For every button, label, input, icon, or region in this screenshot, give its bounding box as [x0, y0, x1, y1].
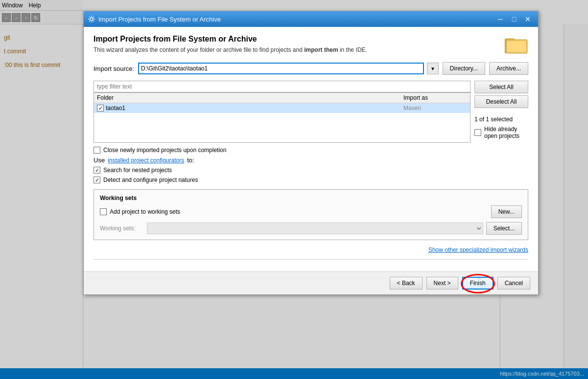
- specialized-link[interactable]: Show other specialized import wizards: [428, 246, 528, 253]
- options-section: Close newly imported projects upon compl…: [94, 147, 528, 183]
- table-empty-space: [94, 113, 470, 142]
- dialog-description: This wizard analyzes the content of your…: [94, 46, 367, 53]
- dialog-body: Import Projects from File System or Arch…: [84, 27, 538, 271]
- import-source-row: Import source: ▼ Directory... Archive...: [94, 62, 528, 75]
- select-all-button[interactable]: Select All: [474, 81, 528, 93]
- import-dialog: Import Projects from File System or Arch…: [83, 11, 539, 295]
- dialog-header: Import Projects from File System or Arch…: [94, 35, 528, 54]
- separator: [94, 259, 528, 260]
- hide-open-label: Hide already open projects: [484, 126, 528, 139]
- folder-name: taotao1: [106, 105, 125, 111]
- detect-configure-row: Detect and configure project natures: [94, 177, 528, 183]
- archive-button[interactable]: Archive...: [489, 62, 528, 75]
- configurators-link[interactable]: installed project configurators: [108, 157, 184, 164]
- working-sets-label: Working sets:: [100, 225, 144, 232]
- detect-configure-checkbox[interactable]: [94, 177, 100, 183]
- search-nested-row: Search for nested projects: [94, 167, 528, 174]
- col-import-as: Import as: [403, 94, 467, 101]
- detect-configure-label: Detect and configure project natures: [103, 177, 198, 183]
- col-folder: Folder: [97, 94, 403, 101]
- titlebar-controls: ─ □ ✕: [494, 14, 534, 24]
- svg-point-0: [90, 18, 93, 21]
- close-imported-row: Close newly imported projects upon compl…: [94, 147, 528, 154]
- working-sets-title: Working sets: [100, 195, 522, 201]
- dialog-main-title: Import Projects from File System or Arch…: [94, 35, 367, 44]
- directory-button[interactable]: Directory...: [443, 62, 485, 75]
- dialog-title: Import Projects from File System or Arch…: [98, 16, 491, 23]
- hide-open-checkbox[interactable]: [474, 129, 481, 136]
- finish-wrapper: Finish: [462, 277, 494, 290]
- add-working-sets-checkbox[interactable]: [100, 208, 107, 215]
- row-checkbox[interactable]: [97, 105, 104, 111]
- table-cell-import: Maven: [403, 105, 467, 111]
- projects-table: Folder Import as taotao1 Maven: [94, 92, 470, 143]
- minimize-button[interactable]: ─: [494, 14, 507, 24]
- table-section: Folder Import as taotao1 Maven: [94, 81, 528, 143]
- svg-rect-3: [507, 41, 526, 52]
- configurators-prefix: Use: [94, 156, 105, 164]
- svg-rect-4: [505, 39, 506, 53]
- working-sets-dropdown[interactable]: [147, 223, 483, 234]
- search-nested-label: Search for nested projects: [103, 167, 172, 174]
- selection-count: 1 of 1 selected: [474, 116, 528, 123]
- import-source-dropdown[interactable]: ▼: [427, 63, 439, 74]
- import-source-label: Import source:: [94, 65, 134, 72]
- finish-button[interactable]: Finish: [462, 277, 494, 290]
- next-button[interactable]: Next >: [426, 277, 458, 290]
- dialog-footer: < Back Next > Finish Cancel: [84, 271, 538, 294]
- selection-info: 1 of 1 selected Hide already open projec…: [474, 114, 528, 142]
- import-source-input[interactable]: [138, 63, 424, 74]
- configurators-row: Use installed project configurators to:: [94, 156, 528, 164]
- close-imported-label: Close newly imported projects upon compl…: [103, 147, 226, 154]
- dialog-header-text: Import Projects from File System or Arch…: [94, 35, 367, 53]
- search-nested-checkbox[interactable]: [94, 167, 100, 174]
- dialog-titlebar: Import Projects from File System or Arch…: [84, 11, 538, 27]
- close-button[interactable]: ✕: [521, 14, 534, 24]
- filter-input[interactable]: [94, 81, 470, 92]
- working-sets-add-row: Add project to working sets New...: [100, 205, 522, 218]
- select-button[interactable]: Select...: [486, 222, 522, 235]
- new-button[interactable]: New...: [491, 205, 522, 218]
- restore-button[interactable]: □: [508, 14, 520, 24]
- hide-open-row: Hide already open projects: [474, 126, 528, 139]
- close-imported-checkbox[interactable]: [94, 147, 100, 154]
- add-working-sets-label: Add project to working sets: [110, 208, 180, 215]
- table-row[interactable]: taotao1 Maven: [94, 103, 470, 113]
- back-button[interactable]: < Back: [390, 277, 423, 290]
- folder-icon: [505, 35, 528, 54]
- cancel-button[interactable]: Cancel: [497, 277, 530, 290]
- table-left: Folder Import as taotao1 Maven: [94, 81, 470, 143]
- configurators-suffix: to:: [187, 156, 194, 164]
- working-sets-box: Working sets Add project to working sets…: [94, 189, 528, 240]
- table-header: Folder Import as: [94, 93, 470, 103]
- dialog-title-icon: [88, 15, 95, 23]
- add-working-sets-row: Add project to working sets: [100, 208, 180, 215]
- working-sets-input-row: Working sets: Select...: [100, 222, 522, 235]
- table-cell-folder: taotao1: [97, 105, 403, 111]
- deselect-all-button[interactable]: Deselect All: [474, 95, 528, 108]
- specialized-link-row: Show other specialized import wizards: [94, 246, 528, 253]
- table-side-buttons: Select All Deselect All 1 of 1 selected …: [474, 81, 528, 143]
